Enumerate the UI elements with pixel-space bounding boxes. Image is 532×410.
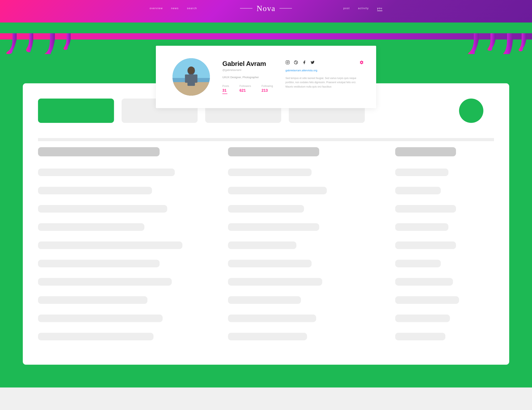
avatar-illustration (172, 58, 210, 96)
instagram-icon[interactable] (285, 60, 290, 66)
posts-section: Posts (0, 114, 532, 218)
profile-card: Gabriel Avram @gabrielavraml UI/UX Desig… (156, 46, 376, 108)
stat-posts-underline (222, 94, 227, 94)
svg-point-12 (288, 61, 289, 62)
stat-posts-value: 31 (222, 88, 229, 93)
facebook-icon[interactable] (302, 60, 306, 66)
social-icons-row (285, 60, 364, 66)
spotify-illustration: YOUR MUSIC (308, 145, 376, 195)
profile-info: Gabriel Avram @gabrielavraml UI/UX Desig… (222, 60, 273, 94)
spotify-thumbnail: YOUR MUSIC (308, 145, 376, 195)
profile-username: @gabrielavraml (222, 68, 273, 71)
profile-name: Gabriel Avram (222, 60, 273, 68)
profile-description-text: Sed tempus et odio laoreet feugiat. Sed … (285, 76, 364, 89)
post-thumbnail-3: YOUR MUSIC (308, 145, 376, 195)
svg-rect-5 (188, 74, 195, 86)
svg-rect-10 (286, 61, 289, 64)
stat-followers-value: 621 (240, 88, 251, 93)
stat-followers: Followers 621 (240, 85, 251, 94)
stat-posts-label: Posts (222, 85, 229, 88)
stat-followers-label: Followers (240, 85, 251, 88)
svg-rect-6 (185, 74, 188, 83)
profile-stats: Posts 31 Followers 621 Following 213 (222, 85, 273, 94)
stat-following-value: 213 (261, 88, 273, 93)
svg-rect-38 (308, 147, 319, 156)
svg-point-8 (188, 67, 195, 74)
svg-rect-44 (308, 187, 327, 195)
stat-following: Following 213 (261, 85, 273, 94)
stat-posts: Posts 31 (222, 85, 229, 94)
twitter-icon[interactable] (311, 60, 315, 66)
posts-grid: Daniel The most beautiful place Daniel's… (156, 145, 376, 202)
svg-rect-7 (195, 74, 197, 83)
svg-point-11 (287, 62, 288, 63)
profile-bio: UI/UX Designer, Photographer (222, 76, 273, 79)
dribbble-icon[interactable] (294, 60, 298, 66)
profile-website-link[interactable]: gabrielavram.altervista.org (285, 69, 364, 72)
profile-right: gabrielavram.altervista.org Sed tempus e… (285, 58, 364, 89)
settings-icon[interactable] (360, 60, 364, 66)
profile-avatar (172, 58, 210, 96)
stat-following-label: Following (261, 85, 273, 88)
post-card-3[interactable]: YOUR MUSIC (308, 145, 376, 202)
